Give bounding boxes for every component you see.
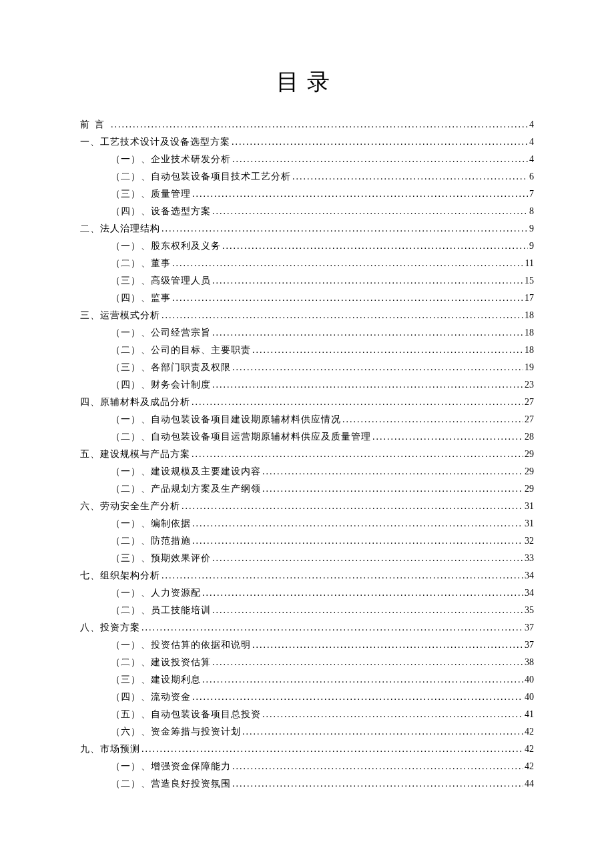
toc-entry: （二）、自动包装设备项目运营期原辅材料供应及质量管理28 [80,428,534,446]
toc-entry-page: 9 [529,220,534,238]
toc-leader-dots [172,255,524,272]
toc-entry: （三）、高级管理人员15 [80,272,534,290]
toc-entry-label: （四）、流动资金 [111,689,191,706]
toc-entry: （二）、建设投资估算38 [80,654,534,671]
toc-leader-dots [192,532,523,550]
toc-list: 前言4一、工艺技术设计及设备选型方案4（一）、企业技术研发分析4（二）、自动包装… [80,116,534,793]
toc-entry: （一）、企业技术研发分析4 [80,151,534,168]
toc-entry-page: 19 [525,359,534,376]
toc-entry: （二）、产品规划方案及生产纲领29 [80,480,534,498]
toc-entry-page: 9 [529,238,534,255]
toc-entry: （三）、预期效果评价33 [80,550,534,567]
toc-entry: （四）、财务会计制度23 [80,376,534,394]
toc-entry-label: 七、组织架构分析 [80,567,160,584]
toc-entry: （一）、编制依据31 [80,515,534,532]
toc-entry-page: 31 [525,515,534,532]
toc-leader-dots [252,342,523,359]
toc-entry-page: 11 [525,255,534,272]
toc-entry: （三）、建设期利息40 [80,671,534,689]
toc-leader-dots [202,584,523,602]
toc-entry: 三、运营模式分析18 [80,307,534,324]
toc-entry-page: 38 [525,654,534,671]
toc-entry-label: 六、劳动安全生产分析 [80,498,180,515]
toc-entry: 六、劳动安全生产分析31 [80,498,534,515]
toc-entry-page: 27 [525,394,534,411]
toc-entry: （五）、自动包装设备项目总投资41 [80,706,534,723]
toc-entry-label: （六）、资金筹措与投资计划 [111,723,241,741]
toc-leader-dots [212,550,523,567]
toc-entry-label: （三）、各部门职责及权限 [111,359,231,376]
toc-entry-page: 23 [525,376,534,394]
toc-entry: （四）、流动资金40 [80,689,534,706]
toc-entry-label: （三）、质量管理 [111,185,191,203]
toc-entry-label: （二）、产品规划方案及生产纲领 [111,480,261,498]
toc-leader-dots [212,602,523,619]
toc-entry: （二）、自动包装设备项目技术工艺分析6 [80,168,534,185]
toc-entry-label: 九、市场预测 [80,741,140,758]
toc-leader-dots [162,220,528,238]
toc-leader-dots [232,151,528,168]
toc-entry: （一）、股东权利及义务9 [80,238,534,255]
toc-entry-page: 18 [525,342,534,359]
toc-entry-page: 42 [525,741,534,758]
toc-entry: 一、工艺技术设计及设备选型方案4 [80,133,534,151]
toc-entry: （二）、公司的目标、主要职责18 [80,342,534,359]
toc-entry-label: （四）、财务会计制度 [111,376,211,394]
toc-entry-label: 四、原辅材料及成品分析 [80,394,190,411]
toc-entry-label: （二）、公司的目标、主要职责 [111,342,251,359]
toc-entry: （四）、设备选型方案8 [80,203,534,220]
toc-entry-page: 35 [525,602,534,619]
toc-entry-label: （二）、员工技能培训 [111,602,211,619]
toc-entry: （一）、自动包装设备项目建设期原辅材料供应情况27 [80,411,534,428]
toc-entry: （一）、公司经营宗旨18 [80,324,534,342]
toc-entry-page: 34 [525,584,534,602]
toc-entry-label: （一）、公司经营宗旨 [111,324,211,342]
toc-entry-page: 42 [525,723,534,741]
toc-entry-page: 32 [525,532,534,550]
toc-leader-dots [342,411,523,428]
toc-entry: （一）、建设规模及主要建设内容29 [80,463,534,480]
toc-leader-dots [192,446,523,463]
toc-leader-dots [372,428,523,446]
toc-entry-label: （二）、营造良好投资氛围 [111,775,231,793]
toc-entry-page: 28 [525,428,534,446]
toc-entry: （二）、董事11 [80,255,534,272]
toc-entry-label: 前言 [80,116,109,133]
toc-entry-page: 29 [525,463,534,480]
toc-leader-dots [242,723,523,741]
toc-entry-page: 8 [529,203,534,220]
toc-entry-page: 31 [525,498,534,515]
toc-leader-dots [212,324,523,342]
toc-entry-page: 18 [525,307,534,324]
toc-leader-dots [212,376,523,394]
toc-leader-dots [212,272,523,290]
toc-entry-label: 八、投资方案 [80,619,140,636]
toc-leader-dots [192,515,523,532]
toc-leader-dots [192,185,528,203]
toc-leader-dots [172,290,523,307]
toc-leader-dots [182,498,523,515]
toc-entry-page: 7 [529,185,534,203]
toc-entry: 七、组织架构分析34 [80,567,534,584]
toc-entry-page: 41 [525,706,534,723]
toc-leader-dots [212,654,523,671]
toc-entry-label: （一）、企业技术研发分析 [111,151,231,168]
toc-entry-label: （一）、增强资金保障能力 [111,758,231,775]
toc-entry-page: 27 [525,411,534,428]
toc-entry-page: 44 [525,775,534,793]
toc-entry-page: 34 [525,567,534,584]
toc-entry-page: 15 [525,272,534,290]
toc-entry: （六）、资金筹措与投资计划42 [80,723,534,741]
toc-leader-dots [141,741,523,758]
toc-entry: （二）、员工技能培训35 [80,602,534,619]
toc-leader-dots [192,689,523,706]
toc-entry: （四）、监事17 [80,290,534,307]
toc-entry-page: 40 [525,671,534,689]
toc-entry-page: 6 [529,168,534,185]
toc-entry-label: 二、法人治理结构 [80,220,160,238]
toc-entry: 五、建设规模与产品方案29 [80,446,534,463]
toc-entry-label: （一）、投资估算的依据和说明 [111,636,251,654]
toc-entry-page: 37 [525,619,534,636]
toc-entry-page: 4 [529,116,534,133]
toc-entry: 二、法人治理结构9 [80,220,534,238]
